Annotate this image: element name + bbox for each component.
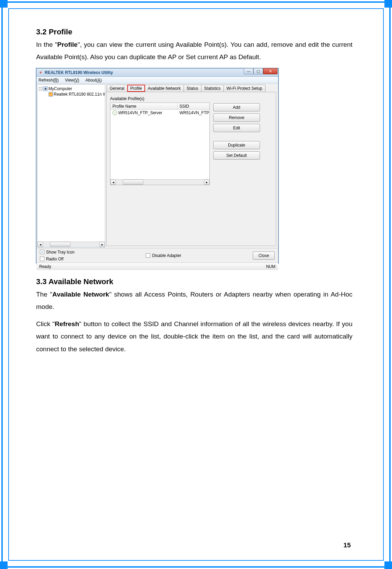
- close-button[interactable]: Close: [253, 251, 275, 260]
- set-default-button[interactable]: Set Default: [213, 151, 260, 160]
- show-tray-icon-checkbox[interactable]: ✓ Show Tray Icon: [40, 250, 75, 255]
- checkbox-unchecked-icon: [40, 257, 44, 261]
- menubar: Refresh(R) View(V) About(A): [36, 77, 278, 84]
- section-paragraph: Click "Refresh" button to collect the SS…: [36, 318, 352, 355]
- tab-status[interactable]: Status: [184, 85, 202, 92]
- scroll-right-button[interactable]: ▸: [204, 180, 209, 185]
- window-title: REALTEK RTL8190 Wireless Utility: [45, 70, 113, 75]
- expander-icon[interactable]: -: [39, 87, 42, 90]
- tab-profile[interactable]: Profile: [127, 85, 145, 92]
- col-ssid[interactable]: SSID: [177, 103, 209, 109]
- adapter-icon: 📶: [48, 92, 53, 97]
- col-profile-name[interactable]: Profile Name: [110, 103, 177, 109]
- menu-refresh[interactable]: Refresh(R): [39, 78, 59, 83]
- minimize-button[interactable]: —: [244, 68, 253, 74]
- menu-about[interactable]: About(A): [86, 78, 102, 83]
- disable-adapter-checkbox[interactable]: Disable Adapter: [146, 253, 181, 258]
- maximize-button[interactable]: ▢: [253, 68, 263, 74]
- edit-button[interactable]: Edit: [213, 124, 260, 132]
- scroll-right-button[interactable]: ▸: [99, 242, 105, 247]
- profile-status-icon: i: [112, 110, 117, 115]
- status-num: NUM: [266, 264, 275, 269]
- tree-root[interactable]: - 🖥 MyComputer: [39, 86, 104, 92]
- profile-list[interactable]: Profile Name SSID i WR514VN_FTP_Server W…: [110, 103, 210, 185]
- checkbox-unchecked-icon: [146, 253, 150, 258]
- section-heading-available-network: 3.3 Available Network: [36, 277, 352, 286]
- scroll-left-button[interactable]: ◂: [37, 242, 43, 247]
- menu-view[interactable]: View(V): [65, 78, 79, 83]
- add-button[interactable]: Add: [213, 103, 260, 111]
- page-body: 3.2 Profile In the "Profile", you can vi…: [36, 28, 352, 360]
- section-paragraph: The "Available Network" shows all Access…: [36, 288, 352, 313]
- scroll-thumb[interactable]: [123, 180, 143, 185]
- duplicate-button[interactable]: Duplicate: [213, 141, 260, 149]
- page-number: 15: [344, 541, 351, 549]
- tab-container: General Profile Available Network Status…: [106, 84, 277, 247]
- section-paragraph: In the "Profile", you can view the curre…: [36, 39, 352, 63]
- profile-row[interactable]: i WR514VN_FTP_Server WR514VN_FTP: [110, 110, 209, 116]
- tree-hscrollbar[interactable]: ◂ ▸: [37, 241, 105, 247]
- profile-name-cell: WR514VN_FTP_Server: [118, 110, 162, 115]
- tab-available-network[interactable]: Available Network: [145, 85, 184, 92]
- available-profiles-label: Available Profile(s): [110, 96, 272, 101]
- titlebar[interactable]: ✶ REALTEK RTL8190 Wireless Utility — ▢ ✕: [36, 68, 278, 77]
- device-tree[interactable]: - 🖥 MyComputer 📶 Realtek RTL8190 802.11n…: [37, 84, 105, 247]
- radio-off-checkbox[interactable]: Radio Off: [40, 257, 75, 261]
- profile-panel: Available Profile(s) Profile Name SSID i…: [106, 92, 276, 246]
- bottom-options: ✓ Show Tray Icon Radio Off Disable Adapt…: [36, 248, 278, 262]
- app-icon: ✶: [38, 70, 43, 75]
- remove-button[interactable]: Remove: [213, 114, 260, 122]
- app-window: ✶ REALTEK RTL8190 Wireless Utility — ▢ ✕…: [36, 68, 279, 264]
- tree-root-label: MyComputer: [48, 86, 72, 91]
- tab-wps[interactable]: Wi-Fi Protect Setup: [224, 85, 265, 92]
- tree-child-label: Realtek RTL8190 802.11n W: [54, 92, 105, 97]
- tab-general[interactable]: General: [107, 85, 128, 92]
- status-text: Ready: [39, 264, 51, 269]
- profile-list-header: Profile Name SSID: [110, 103, 209, 110]
- tab-statistics[interactable]: Statistics: [201, 85, 224, 92]
- close-window-button[interactable]: ✕: [263, 68, 277, 74]
- computer-icon: 🖥: [43, 86, 48, 91]
- checkbox-checked-icon: ✓: [40, 250, 44, 254]
- scroll-left-button[interactable]: ◂: [110, 180, 116, 185]
- scroll-thumb[interactable]: [50, 242, 70, 247]
- profile-ssid-cell: WR514VN_FTP: [177, 110, 209, 115]
- section-heading-profile: 3.2 Profile: [36, 28, 352, 36]
- tree-child[interactable]: 📶 Realtek RTL8190 802.11n W: [39, 92, 104, 97]
- profile-list-hscrollbar[interactable]: ◂ ▸: [110, 179, 209, 185]
- status-bar: Ready NUM: [36, 262, 278, 270]
